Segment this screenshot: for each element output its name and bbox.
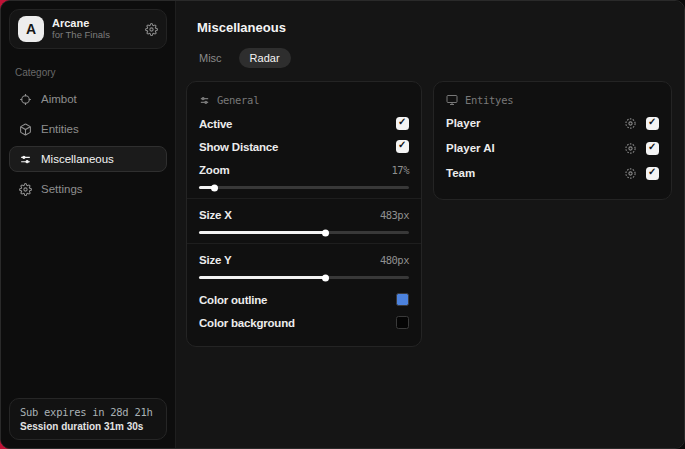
- gear-icon[interactable]: [624, 167, 637, 180]
- entity-label: Player AI: [446, 142, 624, 154]
- setting-label: Size Y: [199, 254, 231, 266]
- sidebar-item-aimbot[interactable]: Aimbot: [9, 86, 167, 112]
- entity-row-player-ai: Player AI: [446, 137, 659, 159]
- cube-icon: [19, 123, 32, 136]
- panel-general: General Active Show Distance Zoom 17%: [186, 81, 422, 347]
- panel-header-label: General: [217, 94, 259, 106]
- profile-card: A Arcane for The Finals: [9, 9, 167, 49]
- size-y-slider[interactable]: [199, 276, 409, 279]
- setting-row-size-y: Size Y 480px: [199, 248, 409, 271]
- sidebar-item-label: Settings: [41, 183, 83, 195]
- show-distance-checkbox[interactable]: [396, 140, 409, 153]
- sidebar-item-label: Aimbot: [41, 93, 77, 105]
- setting-label: Active: [199, 118, 232, 130]
- setting-row-color-outline: Color outline: [199, 288, 409, 311]
- zoom-slider[interactable]: [199, 186, 409, 189]
- entity-label: Player: [446, 117, 624, 129]
- app-subtitle: for The Finals: [52, 30, 137, 41]
- divider: [187, 198, 421, 199]
- setting-row-zoom: Zoom 17%: [199, 158, 409, 181]
- active-checkbox[interactable]: [396, 117, 409, 130]
- gear-icon: [19, 183, 32, 196]
- sidebar-nav: Aimbot Entities Miscellaneous Settings: [9, 86, 167, 202]
- category-label: Category: [15, 67, 161, 78]
- setting-label: Zoom: [199, 164, 230, 176]
- setting-row-show-distance: Show Distance: [199, 135, 409, 158]
- sidebar: A Arcane for The Finals Category Aimbot: [1, 1, 176, 448]
- player-ai-checkbox[interactable]: [646, 142, 659, 155]
- tab-bar: Misc Radar: [188, 48, 684, 68]
- entity-label: Team: [446, 167, 624, 179]
- sliders-icon: [199, 95, 210, 106]
- player-checkbox[interactable]: [646, 117, 659, 130]
- avatar: A: [18, 16, 44, 42]
- sidebar-item-label: Miscellaneous: [41, 153, 114, 165]
- sidebar-item-label: Entities: [41, 123, 79, 135]
- tab-radar[interactable]: Radar: [239, 48, 291, 68]
- setting-row-color-background: Color background: [199, 311, 409, 334]
- setting-label: Color background: [199, 317, 295, 329]
- team-checkbox[interactable]: [646, 167, 659, 180]
- panel-entities: Entityes Player Player AI: [433, 81, 672, 200]
- gear-icon[interactable]: [624, 117, 637, 130]
- entity-row-player: Player: [446, 112, 659, 134]
- sidebar-item-miscellaneous[interactable]: Miscellaneous: [9, 146, 167, 172]
- sidebar-item-settings[interactable]: Settings: [9, 176, 167, 202]
- setting-row-size-x: Size X 483px: [199, 203, 409, 226]
- session-duration-text: Session duration 31m 30s: [20, 421, 156, 432]
- panel-header-label: Entityes: [465, 94, 513, 106]
- setting-label: Show Distance: [199, 141, 278, 153]
- setting-label: Size X: [199, 209, 232, 221]
- divider: [187, 243, 421, 244]
- gear-icon[interactable]: [624, 142, 637, 155]
- setting-row-active: Active: [199, 112, 409, 135]
- slider-thumb[interactable]: [322, 274, 329, 281]
- subscription-card: Sub expires in 28d 21h Session duration …: [9, 398, 167, 440]
- sliders-icon: [19, 153, 32, 166]
- main-content: Miscellaneous Misc Radar General Active: [176, 1, 684, 448]
- gear-icon[interactable]: [145, 23, 158, 36]
- page-title: Miscellaneous: [197, 20, 684, 35]
- slider-thumb[interactable]: [322, 229, 329, 236]
- setting-label: Color outline: [199, 294, 267, 306]
- app-name: Arcane: [52, 17, 137, 30]
- sub-expiry-text: Sub expires in 28d 21h: [20, 406, 156, 418]
- color-background-swatch[interactable]: [396, 316, 409, 329]
- size-x-slider[interactable]: [199, 231, 409, 234]
- zoom-value: 17%: [392, 164, 409, 176]
- size-x-value: 483px: [380, 209, 409, 221]
- color-outline-swatch[interactable]: [396, 293, 409, 306]
- sidebar-item-entities[interactable]: Entities: [9, 116, 167, 142]
- app-window: A Arcane for The Finals Category Aimbot: [0, 0, 685, 449]
- entity-row-team: Team: [446, 162, 659, 184]
- crosshair-icon: [19, 93, 32, 106]
- size-y-value: 480px: [380, 254, 409, 266]
- slider-thumb[interactable]: [211, 184, 218, 191]
- tab-misc[interactable]: Misc: [188, 48, 233, 68]
- monitor-icon: [446, 94, 458, 106]
